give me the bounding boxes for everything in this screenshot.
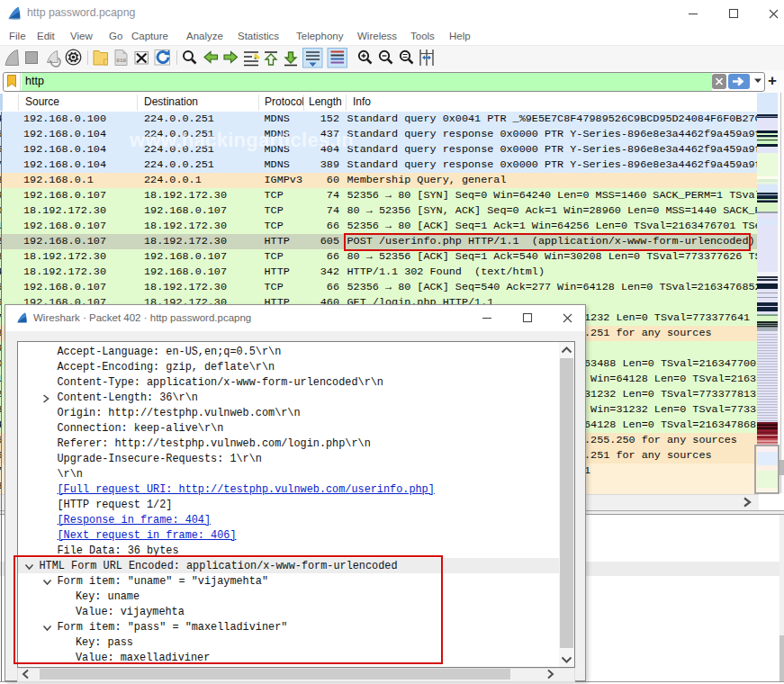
svg-text:010: 010 bbox=[116, 58, 126, 64]
